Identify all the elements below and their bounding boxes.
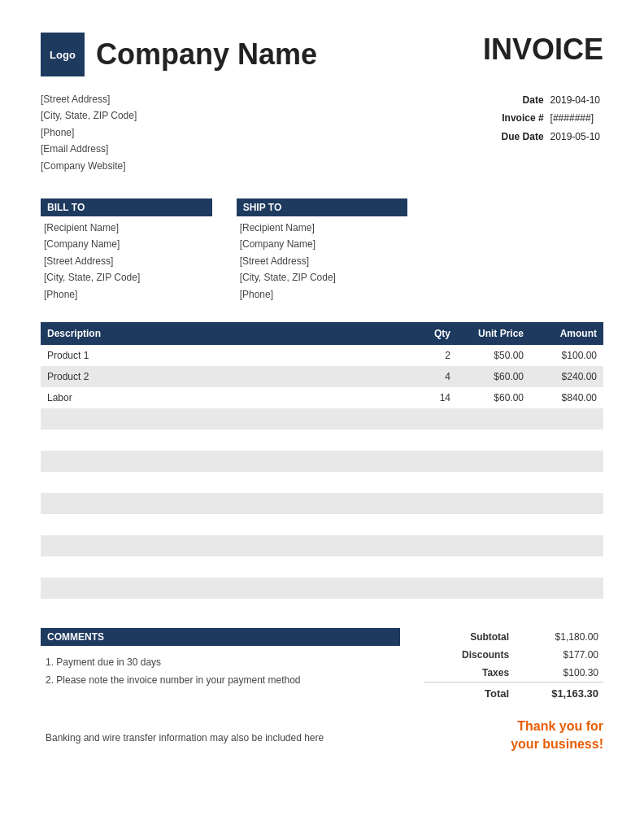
col-unit-price: Unit Price <box>457 322 530 345</box>
discounts-value: $177.00 <box>514 646 603 664</box>
row-description: Labor <box>41 387 408 408</box>
bill-to-street: [Street Address] <box>44 253 212 269</box>
date-info: Date 2019-04-10 Invoice # [#######] Due … <box>498 91 603 174</box>
comments-content: 1. Payment due in 30 days 2. Please note… <box>41 651 400 724</box>
due-date-value: 2019-05-10 <box>547 128 603 146</box>
empty-row <box>41 578 603 599</box>
subtotal-label: Subtotal <box>424 628 514 646</box>
discounts-label: Discounts <box>424 646 514 664</box>
bill-to-city: [City, State, ZIP Code] <box>44 269 212 286</box>
company-header-left: Logo Company Name <box>41 33 317 76</box>
empty-row <box>41 451 603 472</box>
ship-to-street: [Street Address] <box>240 253 408 269</box>
empty-row <box>41 408 603 430</box>
total-value: $1,163.30 <box>514 682 603 703</box>
total-label: Total <box>424 682 514 703</box>
row-description: Product 1 <box>41 345 408 366</box>
row-qty: 2 <box>408 345 457 366</box>
thank-you-line1: Thank you for <box>424 717 603 735</box>
date-value: 2019-04-10 <box>547 91 603 109</box>
bill-to-block: BILL TO [Recipient Name] [Company Name] … <box>41 198 212 303</box>
table-row: Product 2 4 $60.00 $240.00 <box>41 366 603 387</box>
invoice-value: [#######] <box>547 109 603 127</box>
logo-label: Logo <box>50 49 76 61</box>
company-city: [City, State, ZIP Code] <box>41 107 137 124</box>
company-email: [Email Address] <box>41 141 137 157</box>
bill-to-header: BILL TO <box>41 198 212 216</box>
comments-extra: Banking and wire transfer information ma… <box>41 732 400 744</box>
row-unit-price: $60.00 <box>457 366 530 387</box>
comment-line1: 1. Payment due in 30 days <box>46 654 395 672</box>
row-unit-price: $50.00 <box>457 345 530 366</box>
company-name: Company Name <box>96 37 317 72</box>
empty-row <box>41 514 603 535</box>
row-amount: $840.00 <box>530 387 603 408</box>
invoice-label: Invoice # <box>498 109 547 127</box>
subtotal-value: $1,180.00 <box>514 628 603 646</box>
ship-to-header: SHIP TO <box>237 198 408 216</box>
row-description: Product 2 <box>41 366 408 387</box>
comments-block: COMMENTS 1. Payment due in 30 days 2. Pl… <box>41 628 400 754</box>
row-amount: $240.00 <box>530 366 603 387</box>
row-amount: $100.00 <box>530 345 603 366</box>
empty-row <box>41 430 603 451</box>
ship-to-city: [City, State, ZIP Code] <box>240 269 408 286</box>
company-address: [Street Address] [City, State, ZIP Code]… <box>41 91 137 174</box>
col-amount: Amount <box>530 322 603 345</box>
ship-to-recipient: [Recipient Name] <box>240 220 408 236</box>
date-label: Date <box>498 91 547 109</box>
bottom-section: COMMENTS 1. Payment due in 30 days 2. Pl… <box>41 628 603 754</box>
invoice-title: INVOICE <box>483 33 603 67</box>
col-description: Description <box>41 322 408 345</box>
invoice-header: Logo Company Name INVOICE <box>41 33 603 76</box>
table-row: Product 1 2 $50.00 $100.00 <box>41 345 603 366</box>
empty-row <box>41 472 603 493</box>
empty-row <box>41 535 603 556</box>
company-street: [Street Address] <box>41 91 137 107</box>
thank-you: Thank you for your business! <box>424 717 603 754</box>
empty-row <box>41 556 603 578</box>
logo-box: Logo <box>41 33 85 76</box>
row-qty: 4 <box>408 366 457 387</box>
bill-to-company: [Company Name] <box>44 236 212 252</box>
bill-to-recipient: [Recipient Name] <box>44 220 212 236</box>
bill-to-content: [Recipient Name] [Company Name] [Street … <box>41 220 212 303</box>
bill-to-phone: [Phone] <box>44 286 212 303</box>
taxes-label: Taxes <box>424 664 514 683</box>
ship-to-company: [Company Name] <box>240 236 408 252</box>
company-phone: [Phone] <box>41 124 137 141</box>
row-qty: 14 <box>408 387 457 408</box>
totals-block: Subtotal $1,180.00 Discounts $177.00 Tax… <box>424 628 603 754</box>
thank-you-line2: your business! <box>424 735 603 753</box>
totals-table: Subtotal $1,180.00 Discounts $177.00 Tax… <box>424 628 603 703</box>
company-website: [Company Website] <box>41 158 137 174</box>
ship-to-content: [Recipient Name] [Company Name] [Street … <box>237 220 408 303</box>
empty-row <box>41 493 603 514</box>
ship-to-phone: [Phone] <box>240 286 408 303</box>
col-qty: Qty <box>408 322 457 345</box>
comments-header: COMMENTS <box>41 628 400 646</box>
row-unit-price: $60.00 <box>457 387 530 408</box>
address-section: BILL TO [Recipient Name] [Company Name] … <box>41 198 603 303</box>
ship-to-block: SHIP TO [Recipient Name] [Company Name] … <box>237 198 408 303</box>
table-row: Labor 14 $60.00 $840.00 <box>41 387 603 408</box>
due-date-label: Due Date <box>498 128 547 146</box>
comment-line2: 2. Please note the invoice number in you… <box>46 672 395 690</box>
taxes-value: $100.30 <box>514 664 603 683</box>
empty-row <box>41 599 603 620</box>
items-table: Description Qty Unit Price Amount Produc… <box>41 322 603 620</box>
